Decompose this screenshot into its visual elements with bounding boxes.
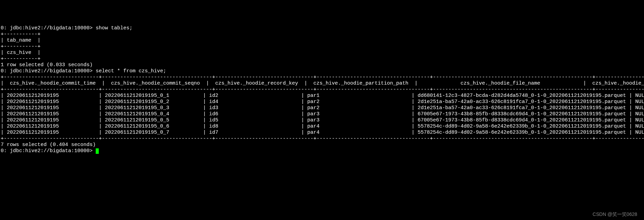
table-header: | czs_hive._hoodie_commit_time | czs_hiv… bbox=[1, 80, 644, 86]
table-row: | czs_hive | bbox=[1, 50, 41, 56]
table-row: | 20220611212019195 | 20220611212019195_… bbox=[1, 105, 644, 111]
cursor[interactable] bbox=[96, 148, 99, 154]
prompt-line: 0: jdbc:hive2://bigdata:10000> show tabl… bbox=[1, 25, 132, 31]
prompt-line: 0: jdbc:hive2://bigdata:10000> select * … bbox=[1, 68, 166, 74]
table-header: | tab_name | bbox=[1, 38, 41, 43]
table-row: | 20220611212019195 | 20220611212019195_… bbox=[1, 111, 644, 117]
result-summary: 7 rows selected (0.404 seconds) bbox=[1, 142, 96, 148]
table-row: | 20220611212019195 | 20220611212019195_… bbox=[1, 117, 644, 123]
table-border: +-------------------------------+-------… bbox=[1, 136, 644, 142]
table-row: | 20220611212019195 | 20220611212019195_… bbox=[1, 93, 644, 99]
table-border: +-----------+ bbox=[1, 56, 41, 62]
table-border: +-------------------------------+-------… bbox=[1, 74, 644, 80]
table-row: | 20220611212019195 | 20220611212019195_… bbox=[1, 130, 644, 135]
table-row: | 20220611212019195 | 20220611212019195_… bbox=[1, 99, 644, 105]
table-border: +-----------+ bbox=[1, 44, 41, 49]
command-show-tables: show tables; bbox=[96, 25, 132, 31]
table-border: +-------------------------------+-------… bbox=[1, 87, 644, 92]
watermark: CSDN @笑一笑0628 bbox=[593, 211, 637, 217]
command-select: select * from czs_hive; bbox=[96, 68, 166, 74]
prompt-line[interactable]: 0: jdbc:hive2://bigdata:10000> bbox=[1, 148, 99, 154]
result-summary: 1 row selected (0.033 seconds) bbox=[1, 62, 93, 68]
table-row: | 20220611212019195 | 20220611212019195_… bbox=[1, 123, 644, 129]
terminal-output: 0: jdbc:hive2://bigdata:10000> show tabl… bbox=[1, 25, 643, 154]
table-border: +-----------+ bbox=[1, 31, 41, 37]
